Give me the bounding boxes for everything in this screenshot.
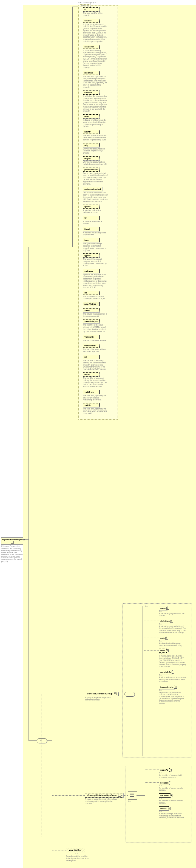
expand-icon[interactable]: + [170,794,172,797]
expand-icon[interactable]: + [168,807,170,810]
attribute-label[interactable]: id [83,7,99,11]
child-element: name+0..∞A natural language name for the… [159,606,188,617]
attribute-desc: The datatype of the value attribute – it… [83,324,108,332]
attribute-item: literalA free-text value assigned as pro… [83,227,113,236]
child-element: remoteInfo+0..∞A link to an item or a we… [159,670,188,683]
attribute-desc: The type of the concept assigned as cont… [83,243,108,251]
child-label[interactable]: facet+ [159,649,167,653]
expand-icon[interactable]: + [166,607,169,610]
attribute-label[interactable]: type [83,238,99,242]
child-element: definition+0..∞A natural language defini… [159,619,188,634]
attribute-label[interactable]: validto [83,403,99,407]
attribute-item: valuedatatypeThe datatype of the value a… [83,319,113,332]
rel-children-panel: sameAs+0..∞An identifier of a concept wi… [159,768,188,821]
attribute-label[interactable]: typeuri [83,253,99,257]
attribute-label[interactable]: whyuri [83,156,99,160]
connector [142,621,159,621]
attribute-label[interactable]: dir [83,291,99,295]
connector [52,795,85,796]
attribute-label[interactable]: creatoruri [83,45,99,49]
child-desc: Additional natural language information … [159,642,187,647]
attribute-label[interactable]: reluri [83,372,99,376]
attribute-item: any ##other [83,302,113,306]
type-title: Flex2ExtPropType [78,1,96,4]
attribute-item: valueunituriThe unit of the value attrib… [83,344,113,353]
attribute-item: howIndicates by which means the value wa… [83,114,113,127]
expand-icon[interactable]: + [166,649,169,652]
attribute-label[interactable]: literal [83,227,99,231]
connector [145,782,159,783]
child-desc: An identifier of a more generic concept. [159,787,187,792]
attribute-label[interactable]: any ##other [83,302,99,306]
attribute-label[interactable]: howuri [83,130,99,134]
collapse-icon[interactable]: − [11,541,14,544]
attribute-desc: If the property value is not defined, sp… [83,23,108,42]
attribute-label[interactable]: custom [83,91,99,95]
child-label[interactable]: hierarchyInfo+ [159,685,175,689]
attribute-label[interactable]: pubconstraint [83,167,99,172]
attribute-label[interactable]: how [83,114,99,119]
attribute-label[interactable]: uri [83,216,99,220]
attribute-label[interactable]: xml:lang [83,269,99,273]
child-label[interactable]: remoteInfo+ [159,670,172,674]
expand-icon[interactable]: + [169,769,172,772]
attribute-label[interactable]: pubconstrainturi [83,187,102,191]
attribute-label[interactable]: valuedatatype [83,319,99,323]
cardinality: 0..∞ [159,623,188,625]
child-desc: An identifier of a concept with equivale… [159,774,187,779]
child-desc: A natural language name for the concept. [159,612,187,617]
expand-icon[interactable]: + [165,637,168,640]
child-label[interactable]: sameAs+ [159,768,170,772]
child-label[interactable]: name+ [159,606,167,610]
child-element: related+0..∞A related concept, where the… [159,806,188,819]
attribute-label[interactable]: validfrom [83,390,99,394]
connector [142,638,159,638]
connector [72,7,73,247]
attribute-label[interactable]: qcode [83,205,99,209]
attribute-label[interactable]: modified [83,71,99,75]
attribute-item: uriA URI which identifies a concept. [83,216,113,225]
attribute-label[interactable]: value [83,308,99,312]
attribute-item: xml:langSpecifies the language of this p… [83,269,113,289]
concept-definition-group[interactable]: ConceptDefinitionGroup − [85,692,119,696]
expand-icon[interactable]: + [174,686,177,689]
root-node-label: rightsInfoExtProperty [2,538,25,541]
child-label[interactable]: note+ [159,636,166,640]
cardinality: 0..∞ [159,810,188,812]
any-other-element[interactable]: any ##other [66,848,85,852]
attribute-item: typeThe type of the concept assigned as … [83,238,113,251]
concept-relationships-group[interactable]: ConceptRelationshipsGroup − [85,793,123,798]
attribute-desc: The identifier of a concept defining the… [83,377,108,388]
child-label[interactable]: narrower+ [159,794,170,798]
connector [142,650,159,651]
attribute-desc: One or many constraints that apply to pu… [83,192,108,203]
any-other-desc: Extension point for provider-defined pro… [66,855,91,861]
attribute-item: qcodeA qualified code which identifies a… [83,205,113,214]
attribute-desc: The unit of the value attribute. [83,340,108,342]
attribute-desc: The related value (see more in the spec … [83,313,108,317]
root-node-box[interactable]: rightsInfoExtProperty − [1,537,23,545]
child-label[interactable]: related+ [159,806,169,810]
cardinality: 0..∞ [159,689,188,691]
attribute-item: whyuriWhy the metadata has been included… [83,156,113,165]
attribute-desc: The identifier of a concept defining the… [83,360,108,370]
attribute-label[interactable]: creator [83,19,99,23]
attribute-label[interactable]: rel [83,355,99,359]
attribute-desc: The date (and, optionally, the time) aft… [83,408,108,414]
connector [52,850,66,850]
child-label[interactable]: broader+ [159,781,169,785]
attribute-label[interactable]: valueunituri [83,344,99,348]
collapse-icon[interactable]: − [118,794,121,797]
attribute-label[interactable]: why [83,143,99,147]
expand-icon[interactable]: + [170,620,173,623]
root-node: rightsInfoExtProperty − Extension Proper… [1,537,23,562]
child-label[interactable]: definition+ [159,619,171,623]
expand-icon[interactable]: + [172,671,174,674]
sequence-icon [37,738,47,743]
cardinality: 0..∞ [159,785,188,786]
connector [142,672,159,672]
attribute-desc: The date (and, optionally, the time) whe… [83,75,108,88]
attribute-label[interactable]: valueunit [83,335,99,339]
attribute-desc: Why the metadata has been included - exp… [83,148,108,154]
expand-icon[interactable]: + [169,782,171,784]
